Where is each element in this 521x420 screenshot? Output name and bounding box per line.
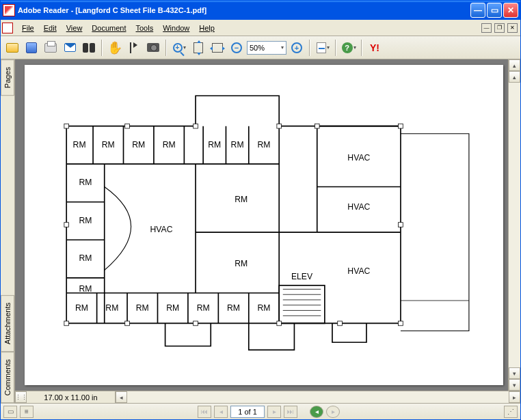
yahoo-button[interactable]: Y! xyxy=(366,39,384,57)
mdi-close-button[interactable]: ✕ xyxy=(507,23,518,33)
zoom-in-button[interactable] xyxy=(170,39,188,57)
title-bar[interactable]: Adobe Reader - [Langford C Sheet File B-… xyxy=(1,1,520,20)
svg-text:ELEV: ELEV xyxy=(291,272,313,281)
zoom-in-circle-button[interactable]: + xyxy=(288,39,306,57)
menu-view[interactable]: View xyxy=(62,22,88,34)
svg-rect-6 xyxy=(399,124,403,129)
svg-text:RM: RM xyxy=(208,140,221,150)
forward-button[interactable]: ▸ xyxy=(326,406,340,418)
svg-text:RM: RM xyxy=(102,140,115,150)
menu-document[interactable]: Document xyxy=(87,22,131,34)
corner-grip[interactable]: ⋰ xyxy=(504,406,518,418)
print-icon xyxy=(44,43,57,53)
svg-rect-11 xyxy=(193,322,198,326)
svg-text:RM: RM xyxy=(166,303,179,313)
select-tool-button[interactable] xyxy=(125,39,143,57)
canvas[interactable]: RMRMRMRM RMRMRM RMRMRMRM HVAC RMRM HVACH… xyxy=(15,59,520,391)
svg-rect-12 xyxy=(277,322,282,326)
svg-rect-1 xyxy=(64,124,69,129)
grabber-icon[interactable]: ⋮⋮ xyxy=(15,391,27,403)
menu-window[interactable]: Window xyxy=(158,22,194,34)
tab-comments[interactable]: Comments xyxy=(1,352,14,403)
menu-edit[interactable]: Edit xyxy=(39,22,62,34)
svg-rect-3 xyxy=(193,124,198,129)
svg-text:RM: RM xyxy=(79,254,92,264)
mdi-minimize-button[interactable]: — xyxy=(481,23,492,33)
fit-vertical-icon xyxy=(193,42,203,53)
svg-text:RM: RM xyxy=(75,303,88,313)
cursor-icon xyxy=(130,42,138,53)
email-button[interactable] xyxy=(61,39,79,57)
svg-text:RM: RM xyxy=(231,140,244,150)
first-page-button[interactable]: ⏮ xyxy=(198,406,211,418)
bottom-toolbar: ▭ ≡ ⏮ ◂ ▸ ⏭ ◂ ▸ ⋰ xyxy=(1,403,520,419)
hand-icon: ✋ xyxy=(107,40,122,55)
scroll-up-button[interactable]: ▴ xyxy=(509,59,520,71)
tab-pages[interactable]: Pages xyxy=(1,59,14,96)
help-icon: ? xyxy=(342,42,353,53)
minimize-button[interactable]: — xyxy=(470,3,485,18)
back-button[interactable]: ◂ xyxy=(310,406,323,418)
horizontal-scrollbar[interactable] xyxy=(127,391,509,403)
vscroll-track[interactable] xyxy=(509,83,520,367)
scroll-up-button-2[interactable]: ▴ xyxy=(509,71,520,83)
mdi-restore-button[interactable]: ❐ xyxy=(494,23,505,33)
hscroll-right-button[interactable]: ▸ xyxy=(509,391,520,403)
svg-text:RM: RM xyxy=(163,140,176,150)
maximize-button[interactable]: ▭ xyxy=(487,3,502,18)
scroll-down-button[interactable]: ▾ xyxy=(509,367,520,379)
open-button[interactable] xyxy=(3,39,21,57)
zoom-input[interactable] xyxy=(250,44,276,52)
hscroll-left-button[interactable]: ◂ xyxy=(116,391,127,403)
print-button[interactable] xyxy=(42,39,59,57)
camera-icon xyxy=(147,43,159,52)
page-size-label: 17.00 x 11.00 in xyxy=(27,391,116,403)
last-page-button[interactable]: ⏭ xyxy=(284,406,297,418)
help-button[interactable]: ? xyxy=(340,39,358,57)
fit-horizontal-button[interactable] xyxy=(209,39,226,57)
snapshot-tool-button[interactable] xyxy=(144,39,162,57)
main-toolbar: ✋ − + ? Y! xyxy=(1,36,520,59)
single-page-view-button[interactable]: ▭ xyxy=(3,406,17,418)
tab-attachments[interactable]: Attachments xyxy=(1,295,14,352)
fit-vertical-button[interactable] xyxy=(189,39,207,57)
doc-icon xyxy=(2,23,13,33)
search-button[interactable] xyxy=(80,39,98,57)
vertical-scrollbar[interactable]: ▴ ▴ ▾ ▾ xyxy=(508,59,520,391)
svg-text:RM: RM xyxy=(79,216,92,225)
svg-text:RM: RM xyxy=(235,260,248,269)
next-page-button[interactable]: ▸ xyxy=(267,406,281,418)
title-text: Adobe Reader - [Langford C Sheet File B-… xyxy=(18,6,206,14)
scroll-down-button-2[interactable]: ▾ xyxy=(509,379,520,391)
plus-circle-icon: + xyxy=(291,42,302,53)
fit-horizontal-icon xyxy=(212,43,223,53)
svg-text:RM: RM xyxy=(197,303,210,313)
continuous-view-button[interactable]: ≡ xyxy=(20,406,34,418)
svg-text:RM: RM xyxy=(73,140,86,150)
navigation-sidebar: Pages Attachments Comments xyxy=(1,59,15,403)
prev-page-button[interactable]: ◂ xyxy=(214,406,228,418)
app-icon xyxy=(3,4,15,16)
reading-mode-button[interactable] xyxy=(314,39,332,57)
menu-help[interactable]: Help xyxy=(194,22,219,34)
page-number-input[interactable] xyxy=(230,406,265,418)
svg-rect-0 xyxy=(279,285,325,324)
zoom-in-icon xyxy=(173,43,183,53)
menu-tools[interactable]: Tools xyxy=(131,22,159,34)
svg-text:HVAC: HVAC xyxy=(347,267,370,277)
zoom-combo[interactable] xyxy=(247,41,286,55)
svg-rect-14 xyxy=(399,322,403,326)
save-button[interactable] xyxy=(23,39,40,57)
close-button[interactable]: ✕ xyxy=(503,3,518,18)
svg-text:HVAC: HVAC xyxy=(347,202,370,212)
page: RMRMRMRM RMRMRM RMRMRMRM HVAC RMRM HVACH… xyxy=(25,65,503,385)
svg-text:RM: RM xyxy=(136,303,149,313)
disk-icon xyxy=(26,42,37,53)
svg-text:RM: RM xyxy=(258,140,271,150)
menu-bar: File Edit View Document Tools Window Hel… xyxy=(1,20,520,36)
hand-tool-button[interactable]: ✋ xyxy=(106,39,124,57)
svg-rect-10 xyxy=(125,322,130,326)
svg-rect-2 xyxy=(125,124,130,129)
zoom-out-circle-button[interactable]: − xyxy=(228,39,245,57)
menu-file[interactable]: File xyxy=(17,22,39,34)
